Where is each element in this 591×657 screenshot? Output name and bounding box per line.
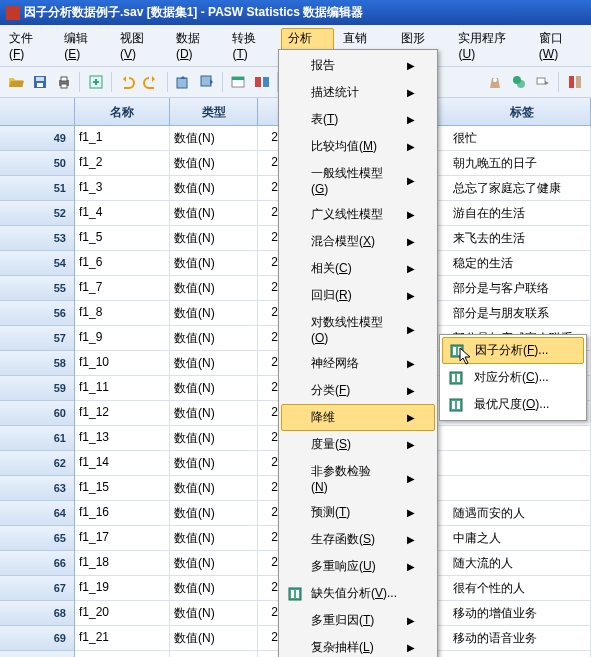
row-header[interactable]: 50 [0, 151, 74, 176]
cell-name[interactable]: f1_6 [75, 251, 170, 275]
cell-name[interactable]: f1_1 [75, 126, 170, 150]
cell-name[interactable]: f1_17 [75, 526, 170, 550]
menu-item[interactable]: 表(T)▶ [281, 106, 435, 133]
weight-icon[interactable] [485, 71, 506, 93]
row-header[interactable]: 67 [0, 576, 74, 601]
row-header[interactable]: 55 [0, 276, 74, 301]
use-sets-icon[interactable] [564, 71, 585, 93]
menu-item[interactable]: 比较均值(M)▶ [281, 133, 435, 160]
row-header[interactable]: 63 [0, 476, 74, 501]
cell-type[interactable]: 数值(N) [170, 351, 258, 375]
menu-2[interactable]: 视图(V) [113, 28, 167, 63]
undo-icon[interactable] [117, 71, 138, 93]
row-header[interactable]: 66 [0, 551, 74, 576]
menu-8[interactable]: 实用程序(U) [451, 28, 529, 63]
cell-name[interactable]: f1_22 [75, 651, 170, 657]
menu-item[interactable]: 分类(F)▶ [281, 377, 435, 404]
cell-type[interactable]: 数值(N) [170, 126, 258, 150]
row-header[interactable]: 56 [0, 301, 74, 326]
menu-item[interactable]: 多重响应(U)▶ [281, 553, 435, 580]
cell-name[interactable]: f1_19 [75, 576, 170, 600]
row-header[interactable]: 49 [0, 126, 74, 151]
row-header[interactable]: 68 [0, 601, 74, 626]
row-header[interactable]: 64 [0, 501, 74, 526]
menu-4[interactable]: 转换(T) [225, 28, 278, 63]
cell-type[interactable]: 数值(N) [170, 526, 258, 550]
variables-icon[interactable] [228, 71, 249, 93]
menu-item[interactable]: 相关(C)▶ [281, 255, 435, 282]
row-header[interactable]: 60 [0, 401, 74, 426]
cell-name[interactable]: f1_12 [75, 401, 170, 425]
print-icon[interactable] [54, 71, 75, 93]
menu-item[interactable]: 描述统计▶ [281, 79, 435, 106]
cell-name[interactable]: f1_9 [75, 326, 170, 350]
menu-item[interactable]: 复杂抽样(L)▶ [281, 634, 435, 657]
cell-type[interactable]: 数值(N) [170, 276, 258, 300]
cell-type[interactable]: 数值(N) [170, 326, 258, 350]
cell-type[interactable]: 数值(N) [170, 651, 258, 657]
select-icon[interactable] [509, 71, 530, 93]
cell-type[interactable]: 数值(N) [170, 601, 258, 625]
menu-item[interactable]: 缺失值分析(V)... [281, 580, 435, 607]
row-header[interactable]: 61 [0, 426, 74, 451]
cell-name[interactable]: f1_8 [75, 301, 170, 325]
cell-name[interactable]: f1_5 [75, 226, 170, 250]
save-icon[interactable] [30, 71, 51, 93]
row-header[interactable]: 69 [0, 626, 74, 651]
row-header[interactable]: 62 [0, 451, 74, 476]
menu-item[interactable]: 度量(S)▶ [281, 431, 435, 458]
menu-item[interactable]: 预测(T)▶ [281, 499, 435, 526]
redo-icon[interactable] [141, 71, 162, 93]
menu-item[interactable]: 对应分析(C)... [442, 364, 584, 391]
cell-name[interactable]: f1_7 [75, 276, 170, 300]
menu-item[interactable]: 混合模型(X)▶ [281, 228, 435, 255]
menu-9[interactable]: 窗口(W) [532, 28, 589, 63]
menu-0[interactable]: 文件(F) [2, 28, 55, 63]
recall-icon[interactable] [85, 71, 106, 93]
menu-item[interactable]: 降维▶ [281, 404, 435, 431]
cell-type[interactable]: 数值(N) [170, 201, 258, 225]
cell-name[interactable]: f1_10 [75, 351, 170, 375]
col-type[interactable]: 类型 [170, 98, 258, 125]
menu-item[interactable]: 报告▶ [281, 52, 435, 79]
menu-item[interactable]: 神经网络▶ [281, 350, 435, 377]
row-header[interactable]: 58 [0, 351, 74, 376]
row-header[interactable]: 59 [0, 376, 74, 401]
cell-name[interactable]: f1_3 [75, 176, 170, 200]
menu-item[interactable]: 回归(R)▶ [281, 282, 435, 309]
cell-name[interactable]: f1_20 [75, 601, 170, 625]
cell-name[interactable]: f1_18 [75, 551, 170, 575]
cell-type[interactable]: 数值(N) [170, 576, 258, 600]
cell-type[interactable]: 数值(N) [170, 376, 258, 400]
row-header[interactable]: 52 [0, 201, 74, 226]
row-header[interactable]: 65 [0, 526, 74, 551]
cell-type[interactable]: 数值(N) [170, 426, 258, 450]
row-header[interactable]: 57 [0, 326, 74, 351]
menu-3[interactable]: 数据(D) [169, 28, 224, 63]
row-header[interactable]: 54 [0, 251, 74, 276]
cell-type[interactable]: 数值(N) [170, 301, 258, 325]
cell-type[interactable]: 数值(N) [170, 501, 258, 525]
cell-name[interactable]: f1_16 [75, 501, 170, 525]
find-icon[interactable] [252, 71, 273, 93]
cell-type[interactable]: 数值(N) [170, 151, 258, 175]
row-header[interactable]: 51 [0, 176, 74, 201]
cell-type[interactable]: 数值(N) [170, 551, 258, 575]
open-icon[interactable] [6, 71, 27, 93]
row-header[interactable]: 70 [0, 651, 74, 657]
menu-item[interactable]: 因子分析(F)... [442, 337, 584, 364]
cell-name[interactable]: f1_2 [75, 151, 170, 175]
menu-item[interactable]: 一般线性模型(G)▶ [281, 160, 435, 201]
cell-type[interactable]: 数值(N) [170, 451, 258, 475]
cell-type[interactable]: 数值(N) [170, 251, 258, 275]
cell-name[interactable]: f1_13 [75, 426, 170, 450]
menu-item[interactable]: 非参数检验(N)▶ [281, 458, 435, 499]
row-header[interactable]: 53 [0, 226, 74, 251]
cell-type[interactable]: 数值(N) [170, 626, 258, 650]
cell-type[interactable]: 数值(N) [170, 176, 258, 200]
goto-icon[interactable] [172, 71, 193, 93]
cell-name[interactable]: f1_11 [75, 376, 170, 400]
cell-type[interactable]: 数值(N) [170, 476, 258, 500]
menu-item[interactable]: 多重归因(T)▶ [281, 607, 435, 634]
cell-name[interactable]: f1_4 [75, 201, 170, 225]
